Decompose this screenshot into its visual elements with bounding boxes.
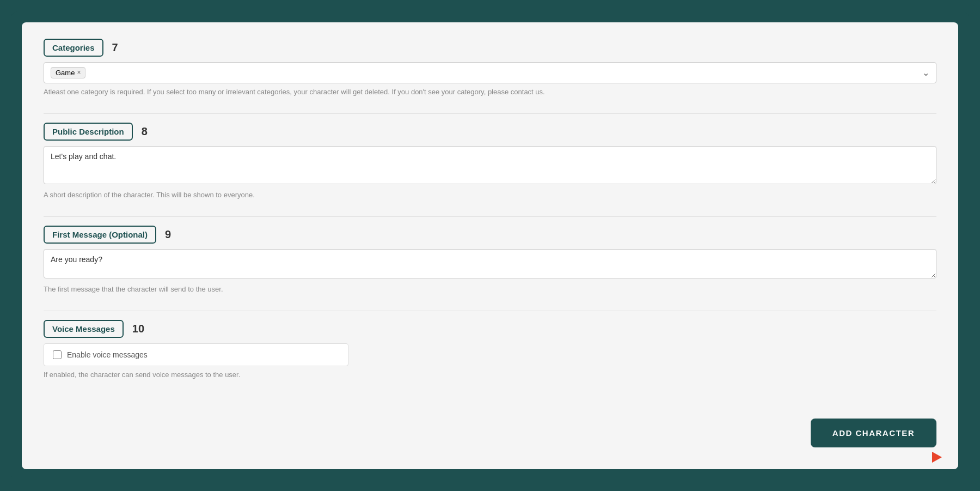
divider-2: [44, 216, 936, 217]
section-categories: Categories 7 Game × ⌄ Atleast one catego…: [44, 39, 936, 96]
public-description-hint: A short description of the character. Th…: [44, 191, 936, 199]
section-public-description-header: Public Description 8: [44, 123, 936, 141]
categories-hint: Atleast one category is required. If you…: [44, 88, 936, 96]
public-description-textarea[interactable]: Let's play and chat.: [44, 146, 936, 184]
game-tag-remove[interactable]: ×: [77, 69, 81, 76]
categories-tags: Game ×: [51, 67, 85, 78]
first-message-hint: The first message that the character wil…: [44, 285, 936, 293]
game-tag-label: Game: [56, 69, 75, 77]
voice-messages-label: Voice Messages: [44, 320, 124, 338]
voice-messages-hint: If enabled, the character can send voice…: [44, 371, 936, 379]
voice-messages-number: 10: [132, 323, 144, 335]
add-character-area: ADD CHARACTER: [811, 419, 936, 447]
voice-messages-checkbox[interactable]: [53, 350, 62, 359]
footer-area: ADD CHARACTER: [44, 408, 936, 447]
cursor-arrow-icon: [932, 452, 942, 463]
voice-messages-box: Enable voice messages: [44, 343, 348, 366]
voice-messages-checkbox-label[interactable]: Enable voice messages: [67, 350, 148, 359]
first-message-label: First Message (Optional): [44, 226, 156, 244]
divider-1: [44, 113, 936, 114]
categories-number: 7: [112, 41, 118, 54]
section-voice-messages: Voice Messages 10 Enable voice messages …: [44, 320, 936, 379]
section-voice-messages-header: Voice Messages 10: [44, 320, 936, 338]
section-public-description: Public Description 8 Let's play and chat…: [44, 123, 936, 199]
section-categories-header: Categories 7: [44, 39, 936, 57]
main-card: Categories 7 Game × ⌄ Atleast one catego…: [22, 22, 958, 469]
categories-dropdown[interactable]: Game × ⌄: [44, 62, 936, 83]
public-description-label: Public Description: [44, 123, 133, 141]
first-message-textarea[interactable]: Are you ready?: [44, 249, 936, 278]
game-tag: Game ×: [51, 67, 85, 78]
first-message-number: 9: [165, 228, 171, 241]
public-description-number: 8: [142, 125, 148, 138]
add-character-button[interactable]: ADD CHARACTER: [811, 419, 936, 447]
section-first-message-header: First Message (Optional) 9: [44, 226, 936, 244]
divider-3: [44, 311, 936, 311]
categories-chevron-icon: ⌄: [922, 68, 929, 78]
outer-container: Categories 7 Game × ⌄ Atleast one catego…: [11, 11, 969, 480]
categories-label: Categories: [44, 39, 103, 57]
section-first-message: First Message (Optional) 9 Are you ready…: [44, 226, 936, 293]
